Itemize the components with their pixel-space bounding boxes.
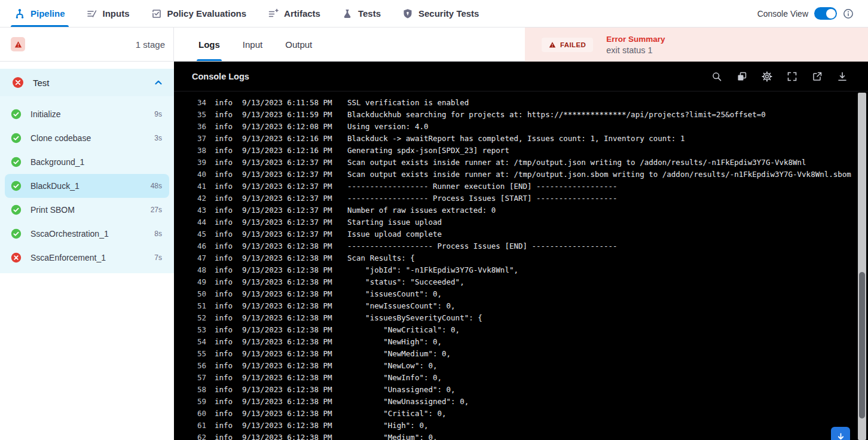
- log-lvl: info: [215, 313, 234, 322]
- step-duration: 48s: [151, 182, 162, 190]
- log-ln: 54: [191, 337, 206, 346]
- tab-label: Security Tests: [418, 8, 479, 19]
- download-icon[interactable]: [837, 71, 848, 82]
- log-line: 35info9/13/2023 6:11:59 PMBlackduckhub s…: [174, 108, 856, 120]
- check-circle-icon: [11, 181, 22, 191]
- log-lvl: info: [215, 265, 234, 274]
- tab-inputs[interactable]: Inputs: [87, 0, 130, 27]
- log-lvl: info: [215, 206, 234, 215]
- log-msg: "jobId": "-n1FkEpdiw3Y7G-Vvk8Wnl",: [347, 265, 856, 274]
- log-msg: "status": "Succeeded",: [347, 277, 856, 286]
- scrollbar-thumb[interactable]: [859, 272, 865, 418]
- stage-failed-warning-icon: [11, 37, 25, 51]
- tab-pipeline[interactable]: Pipeline: [14, 0, 65, 27]
- log-msg: Scan output exists inside runner at: /tm…: [347, 170, 856, 179]
- x-circle-icon: [11, 252, 22, 263]
- log-ln: 56: [191, 361, 206, 370]
- tab-artifacts[interactable]: Artifacts: [268, 0, 320, 27]
- log-lvl: info: [215, 373, 234, 382]
- log-tab-output[interactable]: Output: [285, 28, 312, 61]
- log-ln: 34: [191, 98, 206, 107]
- log-ln: 61: [191, 421, 206, 430]
- log-time: 9/13/2023 6:12:37 PM: [242, 218, 338, 227]
- log-time: 9/13/2023 6:12:16 PM: [242, 146, 338, 155]
- step-row-print-sbom[interactable]: Print SBOM27s: [5, 198, 169, 222]
- log-time: 9/13/2023 6:12:37 PM: [242, 230, 338, 239]
- step-row-blackduck-1[interactable]: BlackDuck_148s: [5, 174, 169, 198]
- policy-evaluations-icon: [151, 8, 162, 19]
- console-view-label: Console View: [757, 9, 808, 19]
- log-time: 9/13/2023 6:12:37 PM: [242, 194, 338, 203]
- stage-row-test[interactable]: Test: [0, 69, 174, 96]
- console-title: Console Logs: [192, 72, 249, 81]
- check-circle-icon: [11, 133, 22, 143]
- log-time: 9/13/2023 6:12:38 PM: [242, 242, 338, 250]
- step-duration: 3s: [154, 134, 162, 142]
- log-line: 52info9/13/2023 6:12:38 PM "issuesBySeve…: [174, 311, 856, 323]
- tab-policy-evaluations[interactable]: Policy Evaluations: [151, 0, 247, 27]
- fullscreen-icon[interactable]: [787, 71, 797, 82]
- failed-status-badge: FAILED: [542, 38, 593, 52]
- tab-tests[interactable]: Tests: [342, 0, 381, 27]
- log-ln: 52: [191, 313, 206, 322]
- inputs-icon: [87, 8, 97, 19]
- log-msg: ------------------ Runner execution [END…: [347, 182, 856, 191]
- step-name: SscaEnforcement_1: [30, 253, 106, 262]
- step-name: Print SBOM: [30, 205, 75, 215]
- log-tab-input[interactable]: Input: [243, 28, 262, 61]
- console-scrollbar[interactable]: [858, 93, 866, 440]
- log-time: 9/13/2023 6:12:38 PM: [242, 253, 338, 262]
- log-line: 54info9/13/2023 6:12:38 PM "NewHigh": 0,: [174, 335, 856, 347]
- log-ln: 42: [191, 194, 206, 203]
- artifacts-icon: [268, 8, 279, 19]
- open-in-new-icon[interactable]: [812, 71, 823, 82]
- log-lvl: info: [215, 325, 234, 334]
- log-time: 9/13/2023 6:12:38 PM: [242, 325, 338, 334]
- log-ln: 60: [191, 409, 206, 418]
- log-msg: Issue upload complete: [347, 230, 856, 239]
- scroll-to-bottom-button[interactable]: [831, 427, 850, 440]
- log-line: 37info9/13/2023 6:12:16 PMBlackduck -> a…: [174, 132, 856, 144]
- step-row-sscaenforcement-1[interactable]: SscaEnforcement_17s: [5, 246, 169, 270]
- log-msg: "Medium": 0,: [347, 433, 856, 440]
- toggle-knob: [826, 9, 836, 19]
- log-msg: "issuesBySeverityCount": {: [347, 313, 856, 322]
- console-view-toggle[interactable]: [814, 7, 837, 20]
- log-lvl: info: [215, 301, 234, 310]
- check-circle-icon: [11, 204, 22, 215]
- search-icon[interactable]: [711, 71, 722, 82]
- log-time: 9/13/2023 6:12:38 PM: [242, 361, 338, 370]
- step-row-sscaorchestration-1[interactable]: SscaOrchestration_18s: [5, 222, 169, 246]
- step-row-background-1[interactable]: Background_1: [5, 150, 169, 174]
- log-tab-logs[interactable]: Logs: [198, 28, 220, 61]
- log-line: 34info9/13/2023 6:11:58 PMSSL verificati…: [174, 96, 856, 108]
- security-tests-icon: [402, 8, 413, 19]
- log-line: 58info9/13/2023 6:12:38 PM "Unassigned":…: [174, 383, 856, 395]
- pipeline-icon: [14, 8, 25, 19]
- error-summary-text: Error Summary exit status 1: [606, 35, 665, 55]
- log-lvl: info: [215, 182, 234, 191]
- log-time: 9/13/2023 6:12:37 PM: [242, 158, 338, 167]
- log-time: 9/13/2023 6:12:38 PM: [242, 277, 338, 286]
- step-row-initialize[interactable]: Initialize9s: [5, 102, 169, 126]
- log-time: 9/13/2023 6:12:16 PM: [242, 134, 338, 143]
- sub-bar: 1 stage LogsInputOutput FAILED Error Sum…: [0, 28, 868, 62]
- log-line: 53info9/13/2023 6:12:38 PM "NewCritical"…: [174, 323, 856, 335]
- info-icon[interactable]: [843, 8, 854, 19]
- log-lvl: info: [215, 122, 234, 131]
- check-circle-icon: [11, 109, 22, 120]
- step-list: Initialize9sClone codebase3sBackground_1…: [0, 96, 174, 273]
- step-duration: 9s: [154, 110, 162, 118]
- settings-gear-icon[interactable]: [762, 71, 772, 82]
- stage-summary-bar: 1 stage: [0, 28, 174, 62]
- tab-security-tests[interactable]: Security Tests: [402, 0, 479, 27]
- chevron-up-icon[interactable]: [154, 78, 163, 87]
- log-line: 36info9/13/2023 6:12:08 PMUsing version:…: [174, 120, 856, 132]
- log-lvl: info: [215, 289, 234, 298]
- copy-icon[interactable]: [736, 71, 747, 82]
- step-row-clone-codebase[interactable]: Clone codebase3s: [5, 126, 169, 150]
- log-msg: Blackduckhub searching for projects at: …: [347, 110, 856, 119]
- log-time: 9/13/2023 6:12:37 PM: [242, 206, 338, 215]
- log-time: 9/13/2023 6:11:59 PM: [242, 110, 338, 119]
- warning-triangle-icon: [549, 41, 556, 48]
